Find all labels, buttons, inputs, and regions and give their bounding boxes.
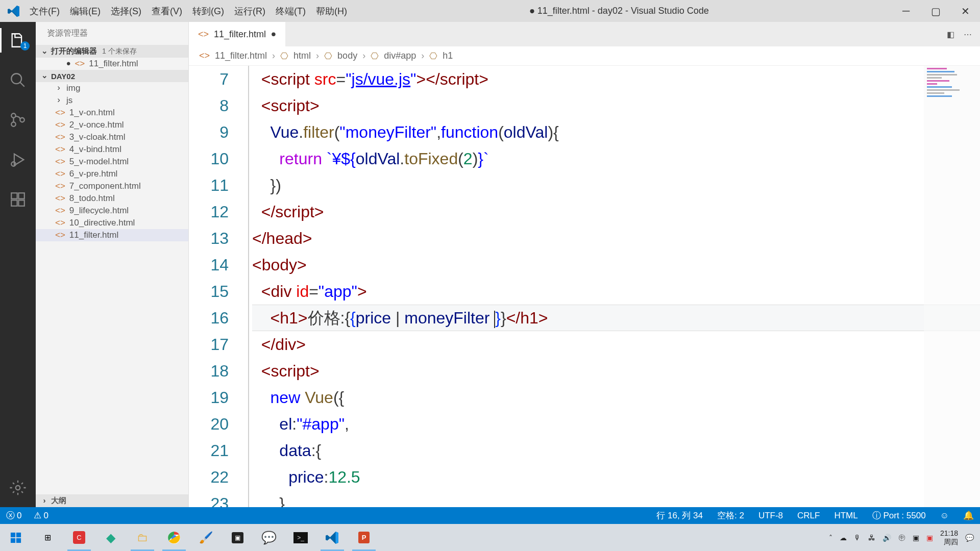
activity-extensions-icon[interactable] bbox=[0, 187, 36, 212]
breadcrumb-item[interactable]: h1 bbox=[443, 51, 453, 61]
file-item[interactable]: <>10_directive.html bbox=[36, 217, 188, 229]
tray-app2-icon[interactable]: ▣ bbox=[926, 534, 933, 542]
file-item[interactable]: <>6_v-pre.html bbox=[36, 168, 188, 180]
status-feedback-icon[interactable]: ☺ bbox=[940, 511, 949, 521]
sidebar-title: 资源管理器 bbox=[36, 22, 188, 45]
menu-item[interactable]: 查看(V) bbox=[152, 5, 182, 17]
item-label: 11_filter.html bbox=[69, 230, 118, 240]
chevron-right-icon: › bbox=[272, 51, 275, 61]
activity-scm-icon[interactable] bbox=[0, 108, 36, 132]
file-item[interactable]: <>8_todo.html bbox=[36, 192, 188, 205]
html-file-icon: <> bbox=[55, 169, 65, 179]
svg-rect-5 bbox=[11, 193, 17, 198]
breadcrumb-item[interactable]: 11_filter.html bbox=[215, 51, 267, 61]
open-editors-section[interactable]: ⌄打开的编辑器 1 个未保存 bbox=[36, 45, 188, 58]
activity-debug-icon[interactable] bbox=[0, 147, 36, 172]
minimize-button[interactable]: ─ bbox=[891, 0, 921, 22]
open-editor-file[interactable]: • <> 11_filter.html bbox=[36, 58, 188, 70]
element-icon: ⎔ bbox=[324, 51, 332, 62]
status-errors[interactable]: ⓧ 0 bbox=[6, 510, 21, 521]
status-spaces[interactable]: 空格: 2 bbox=[717, 510, 744, 521]
taskbar-app-1[interactable]: C bbox=[63, 524, 95, 551]
tray-mic-icon[interactable]: 🎙 bbox=[854, 534, 861, 542]
folder-item[interactable]: ›img bbox=[36, 82, 188, 94]
tray-ime-icon[interactable]: ㊥ bbox=[898, 533, 905, 542]
tab-11-filter[interactable]: <> 11_filter.html • bbox=[189, 22, 285, 46]
taskbar-app-3[interactable]: 🖌️ bbox=[190, 524, 222, 551]
maximize-button[interactable]: ▢ bbox=[921, 0, 950, 22]
folder-item[interactable]: ›js bbox=[36, 94, 188, 107]
more-actions-icon[interactable]: ⋯ bbox=[964, 30, 972, 39]
html-file-icon: <> bbox=[75, 59, 85, 69]
status-lang[interactable]: HTML bbox=[834, 511, 857, 521]
status-ln-col[interactable]: 行 16, 列 34 bbox=[656, 510, 703, 521]
taskview-icon[interactable]: ⊞ bbox=[32, 524, 63, 551]
tray-onedrive-icon[interactable]: ☁ bbox=[840, 534, 847, 542]
vscode-logo-icon bbox=[0, 5, 28, 17]
tray-notifications-icon[interactable]: 💬 bbox=[965, 534, 974, 542]
menu-item[interactable]: 帮助(H) bbox=[316, 5, 347, 17]
svg-point-9 bbox=[16, 486, 20, 490]
start-button[interactable] bbox=[0, 532, 32, 543]
folder-section[interactable]: ⌄DAY02 bbox=[36, 70, 188, 82]
element-icon: ⎔ bbox=[371, 51, 379, 62]
breadcrumb-item[interactable]: html bbox=[293, 51, 311, 61]
editor-tabs: <> 11_filter.html • ◧ ⋯ bbox=[189, 22, 980, 46]
taskbar-app-4[interactable]: ▣ bbox=[222, 524, 253, 551]
file-item[interactable]: <>2_v-once.html bbox=[36, 119, 188, 131]
tray-app-icon[interactable]: ▣ bbox=[913, 534, 919, 542]
item-label: 2_v-once.html bbox=[69, 120, 124, 130]
menu-item[interactable]: 选择(S) bbox=[111, 5, 141, 17]
activity-explorer-icon[interactable]: 1 bbox=[0, 28, 36, 53]
outline-section[interactable]: ›大纲 bbox=[36, 494, 188, 507]
status-warnings[interactable]: ⚠ 0 bbox=[34, 510, 48, 521]
taskbar-vscode-icon[interactable] bbox=[316, 524, 348, 551]
file-item[interactable]: <>1_v-on.html bbox=[36, 107, 188, 119]
tray-volume-icon[interactable]: 🔊 bbox=[883, 534, 891, 542]
taskbar-terminal-icon[interactable]: >_ bbox=[285, 524, 316, 551]
code-editor[interactable]: 7891011121314151617181920212223 <script … bbox=[189, 66, 980, 507]
taskbar-powerpoint-icon[interactable]: P bbox=[348, 524, 380, 551]
html-file-icon: <> bbox=[199, 51, 210, 61]
status-bar: ⓧ 0 ⚠ 0 行 16, 列 34 空格: 2 UTF-8 CRLF HTML… bbox=[0, 507, 980, 524]
windows-taskbar: ⊞ C ◆ 🗀 🖌️ ▣ 💬 >_ P ˄ ☁ 🎙 🖧 🔊 ㊥ ▣ ▣ 21:1… bbox=[0, 524, 980, 551]
status-eol[interactable]: CRLF bbox=[797, 511, 820, 521]
file-item[interactable]: <>4_v-bind.html bbox=[36, 143, 188, 156]
status-encoding[interactable]: UTF-8 bbox=[758, 511, 783, 521]
menu-item[interactable]: 终端(T) bbox=[276, 5, 306, 17]
file-item[interactable]: <>3_v-cloak.html bbox=[36, 131, 188, 143]
taskbar-wechat-icon[interactable]: 💬 bbox=[253, 524, 285, 551]
split-editor-icon[interactable]: ◧ bbox=[947, 30, 954, 39]
menu-item[interactable]: 编辑(E) bbox=[70, 5, 101, 17]
item-label: img bbox=[66, 83, 80, 93]
svg-rect-8 bbox=[18, 200, 24, 206]
chevron-right-icon: › bbox=[55, 95, 62, 105]
tray-clock[interactable]: 21:18周四 bbox=[940, 529, 958, 546]
minimap[interactable] bbox=[924, 66, 980, 507]
breadcrumb-item[interactable]: div#app bbox=[384, 51, 416, 61]
menu-item[interactable]: 文件(F) bbox=[30, 5, 60, 17]
item-label: 6_v-pre.html bbox=[69, 169, 117, 179]
status-bell-icon[interactable]: 🔔 bbox=[963, 510, 974, 521]
activity-settings-icon[interactable] bbox=[0, 475, 36, 500]
file-item[interactable]: <>11_filter.html bbox=[36, 229, 188, 241]
html-file-icon: <> bbox=[55, 218, 65, 228]
taskbar-chrome-icon[interactable] bbox=[158, 524, 190, 551]
menu-item[interactable]: 转到(G) bbox=[192, 5, 224, 17]
close-button[interactable]: ✕ bbox=[950, 0, 980, 22]
item-label: 9_lifecycle.html bbox=[69, 206, 129, 216]
status-port[interactable]: ⓘ Port : 5500 bbox=[872, 510, 926, 521]
taskbar-explorer-icon[interactable]: 🗀 bbox=[127, 524, 158, 551]
menu-item[interactable]: 运行(R) bbox=[234, 5, 265, 17]
breadcrumb-item[interactable]: body bbox=[337, 51, 357, 61]
activity-search-icon[interactable] bbox=[0, 68, 36, 92]
breadcrumbs[interactable]: <>11_filter.html›⎔html›⎔body›⎔div#app›⎔h… bbox=[189, 46, 980, 66]
item-label: 10_directive.html bbox=[69, 218, 135, 228]
taskbar-app-2[interactable]: ◆ bbox=[95, 524, 127, 551]
file-item[interactable]: <>9_lifecycle.html bbox=[36, 205, 188, 217]
tray-chevron-icon[interactable]: ˄ bbox=[829, 534, 832, 542]
tray-network-icon[interactable]: 🖧 bbox=[868, 534, 875, 542]
file-item[interactable]: <>7_component.html bbox=[36, 180, 188, 192]
file-item[interactable]: <>5_v-model.html bbox=[36, 156, 188, 168]
svg-rect-13 bbox=[16, 538, 21, 542]
